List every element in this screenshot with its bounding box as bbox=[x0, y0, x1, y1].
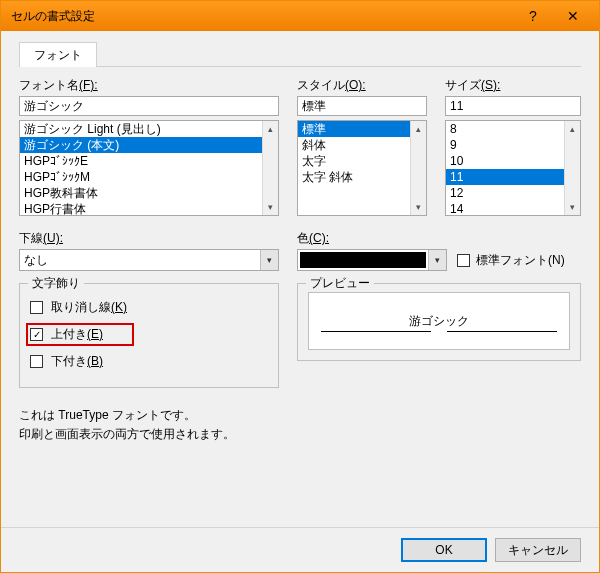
column-style: スタイル(O): 標準 斜体 太字 太字 斜体 ▴ ▾ bbox=[297, 67, 427, 216]
font-name-label: フォント名(F): bbox=[19, 77, 279, 94]
size-label: サイズ(S): bbox=[445, 77, 581, 94]
list-item[interactable]: HGP行書体 bbox=[20, 201, 262, 215]
tabstrip: フォント bbox=[19, 43, 581, 67]
row-underline-color: 下線(U): なし ▾ 色(C): ▾ bbox=[19, 220, 581, 271]
color-label: 色(C): bbox=[297, 230, 581, 247]
row-font-style-size: フォント名(F): 游ゴシック Light (見出し) 游ゴシック (本文) H… bbox=[19, 67, 581, 216]
chevron-down-icon[interactable]: ▾ bbox=[428, 250, 446, 270]
list-item[interactable]: HGPｺﾞｼｯｸE bbox=[20, 153, 262, 169]
preview-legend: プレビュー bbox=[306, 275, 374, 292]
list-item[interactable]: 9 bbox=[446, 137, 564, 153]
column-size: サイズ(S): 8 9 10 11 12 14 ▴ ▾ bbox=[445, 67, 581, 216]
tab-font[interactable]: フォント bbox=[19, 42, 97, 67]
list-item[interactable]: 游ゴシック Light (見出し) bbox=[20, 121, 262, 137]
column-underline: 下線(U): なし ▾ bbox=[19, 220, 279, 271]
underline-label: 下線(U): bbox=[19, 230, 279, 247]
description-text: これは TrueType フォントです。 印刷と画面表示の両方で使用されます。 bbox=[19, 406, 581, 444]
subscript-label: 下付き(B) bbox=[51, 353, 103, 370]
list-item[interactable]: 游ゴシック (本文) bbox=[20, 137, 262, 153]
style-input[interactable] bbox=[297, 96, 427, 116]
dialog-title: セルの書式設定 bbox=[11, 8, 513, 25]
list-item[interactable]: 標準 bbox=[298, 121, 410, 137]
normal-font-label: 標準フォント(N) bbox=[476, 252, 565, 269]
subscript-checkbox-row[interactable]: 下付き(B) bbox=[30, 352, 268, 371]
underline-value: なし bbox=[20, 250, 260, 270]
color-combo[interactable]: ▾ bbox=[297, 249, 447, 271]
help-button[interactable]: ? bbox=[513, 5, 553, 27]
subscript-checkbox[interactable] bbox=[30, 355, 43, 368]
list-item[interactable]: 斜体 bbox=[298, 137, 410, 153]
underline-combo[interactable]: なし ▾ bbox=[19, 249, 279, 271]
scrollbar[interactable]: ▴ ▾ bbox=[564, 121, 580, 215]
format-cells-dialog: セルの書式設定 ? ✕ フォント フォント名(F): 游ゴシック Light (… bbox=[0, 0, 600, 573]
preview-groupbox: プレビュー 游ゴシック bbox=[297, 283, 581, 361]
color-swatch bbox=[300, 252, 426, 268]
font-name-listbox[interactable]: 游ゴシック Light (見出し) 游ゴシック (本文) HGPｺﾞｼｯｸE H… bbox=[19, 120, 279, 216]
scrollbar[interactable]: ▴ ▾ bbox=[262, 121, 278, 215]
decorations-legend: 文字飾り bbox=[28, 275, 84, 292]
style-listbox[interactable]: 標準 斜体 太字 太字 斜体 ▴ ▾ bbox=[297, 120, 427, 216]
list-item[interactable]: 太字 斜体 bbox=[298, 169, 410, 185]
titlebar: セルの書式設定 ? ✕ bbox=[1, 1, 599, 31]
scroll-up-icon[interactable]: ▴ bbox=[565, 121, 580, 137]
style-label: スタイル(O): bbox=[297, 77, 427, 94]
preview-box: 游ゴシック bbox=[308, 292, 570, 350]
close-button[interactable]: ✕ bbox=[553, 5, 593, 27]
list-item[interactable]: 14 bbox=[446, 201, 564, 215]
scrollbar[interactable]: ▴ ▾ bbox=[410, 121, 426, 215]
cancel-button[interactable]: キャンセル bbox=[495, 538, 581, 562]
list-item[interactable]: 10 bbox=[446, 153, 564, 169]
dialog-footer: OK キャンセル bbox=[1, 527, 599, 572]
list-item[interactable]: 11 bbox=[446, 169, 564, 185]
preview-sample: 游ゴシック bbox=[409, 313, 469, 330]
list-item[interactable]: HGP教科書体 bbox=[20, 185, 262, 201]
scroll-down-icon[interactable]: ▾ bbox=[263, 199, 278, 215]
size-input[interactable] bbox=[445, 96, 581, 116]
dialog-body: フォント フォント名(F): 游ゴシック Light (見出し) 游ゴシック (… bbox=[1, 31, 599, 527]
list-item[interactable]: HGPｺﾞｼｯｸM bbox=[20, 169, 262, 185]
list-item[interactable]: 12 bbox=[446, 185, 564, 201]
superscript-checkbox-row[interactable]: ✓ 上付き(E) bbox=[26, 323, 134, 346]
row-deco-preview: 文字飾り 取り消し線(K) ✓ 上付き(E) 下付き(B) プレビュー bbox=[19, 283, 581, 388]
list-item[interactable]: 太字 bbox=[298, 153, 410, 169]
normal-font-checkbox[interactable] bbox=[457, 254, 470, 267]
column-font: フォント名(F): 游ゴシック Light (見出し) 游ゴシック (本文) H… bbox=[19, 67, 279, 216]
strike-checkbox[interactable] bbox=[30, 301, 43, 314]
strike-label: 取り消し線(K) bbox=[51, 299, 127, 316]
superscript-checkbox[interactable]: ✓ bbox=[30, 328, 43, 341]
list-item[interactable]: 8 bbox=[446, 121, 564, 137]
superscript-label: 上付き(E) bbox=[51, 326, 103, 343]
chevron-down-icon[interactable]: ▾ bbox=[260, 250, 278, 270]
strike-checkbox-row[interactable]: 取り消し線(K) bbox=[30, 298, 268, 317]
scroll-up-icon[interactable]: ▴ bbox=[263, 121, 278, 137]
size-listbox[interactable]: 8 9 10 11 12 14 ▴ ▾ bbox=[445, 120, 581, 216]
scroll-down-icon[interactable]: ▾ bbox=[411, 199, 426, 215]
scroll-down-icon[interactable]: ▾ bbox=[565, 199, 580, 215]
normal-font-checkbox-row[interactable]: 標準フォント(N) bbox=[457, 252, 581, 269]
column-color: 色(C): ▾ 標準フォント(N) bbox=[297, 220, 581, 271]
scroll-up-icon[interactable]: ▴ bbox=[411, 121, 426, 137]
decorations-groupbox: 文字飾り 取り消し線(K) ✓ 上付き(E) 下付き(B) bbox=[19, 283, 279, 388]
ok-button[interactable]: OK bbox=[401, 538, 487, 562]
font-name-input[interactable] bbox=[19, 96, 279, 116]
